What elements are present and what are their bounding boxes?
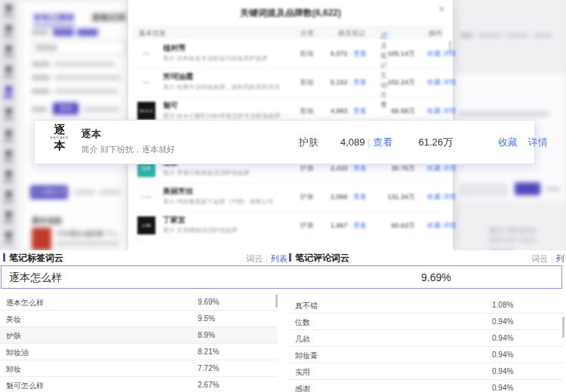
view-link[interactable]: 查看 bbox=[373, 136, 392, 148]
nav-icon bbox=[5, 86, 12, 93]
detail-link[interactable]: 详情 bbox=[443, 78, 457, 86]
tag-cloud-title: 笔记标签词云 bbox=[3, 252, 63, 264]
list-item[interactable]: 实用0.94% bbox=[289, 363, 564, 380]
tooltip-value: 9.69% bbox=[421, 271, 451, 283]
detail-link[interactable]: 详情 bbox=[443, 193, 457, 201]
sidebar-item-active[interactable] bbox=[3, 86, 14, 101]
sidebar-item[interactable] bbox=[3, 150, 14, 165]
list-item[interactable]: 逐本怎么样9.69% bbox=[0, 294, 278, 311]
sidebar-item[interactable] bbox=[3, 25, 14, 40]
brand-name: 逐本 bbox=[82, 127, 101, 141]
keyword-input[interactable]: 卸妆油 bbox=[32, 41, 126, 54]
nav-icon bbox=[5, 66, 12, 72]
sidebar-item[interactable] bbox=[3, 170, 14, 185]
view-link[interactable]: 查看 bbox=[353, 107, 367, 115]
section-bar bbox=[289, 253, 291, 262]
brand-desc: 简介 卸下纷扰，逐本就好 bbox=[82, 144, 175, 155]
filter-chip[interactable] bbox=[53, 29, 74, 36]
brand-interactions: 61.26万 bbox=[397, 136, 453, 149]
bg-query-button[interactable] bbox=[515, 182, 540, 195]
brand-logo: LAB bbox=[137, 216, 155, 234]
note-thumbnail[interactable] bbox=[32, 228, 51, 250]
brand-notes: 4,089 | 查看 bbox=[340, 136, 392, 149]
word-cloud-sections: 笔记标签词云 词云|列表 笔记评论词云 词云|列表 逐本怎么样 9.69% 逐本… bbox=[0, 250, 566, 392]
fav-link[interactable]: 收藏 bbox=[427, 193, 441, 201]
sidebar-item[interactable] bbox=[3, 211, 14, 226]
list-item[interactable]: 卸妆膏0.94% bbox=[289, 347, 564, 363]
view-link[interactable]: 查看 bbox=[353, 193, 367, 201]
tab-search-by-word[interactable]: 按笔记词 bbox=[92, 12, 125, 23]
col-notes: 相关笔记 bbox=[338, 29, 365, 38]
brand-logo: 7mdu bbox=[137, 188, 155, 206]
list-item[interactable]: 真不错1.08% bbox=[289, 297, 564, 314]
nav-icon bbox=[5, 45, 12, 52]
detail-link[interactable]: 详情 bbox=[443, 50, 457, 57]
nav-icon bbox=[5, 25, 12, 32]
query-button[interactable]: 查询 bbox=[53, 103, 78, 115]
bg-section-title: 基本信息 bbox=[32, 216, 62, 226]
toggle-cloud[interactable]: 词云 bbox=[531, 254, 548, 263]
nav-icon bbox=[5, 191, 12, 198]
list-item[interactable]: 位数0.94% bbox=[289, 314, 564, 330]
list-item[interactable]: 卸妆7.72% bbox=[0, 360, 278, 377]
nav-icon bbox=[5, 170, 12, 177]
zhuben-logo: 逐 ZHUBEN 本 bbox=[45, 124, 74, 159]
table-row[interactable]: 7mdu 美丽芳丝 简介 珂丝集团旗下品牌（中国）有限公司 护肤 2,068 |… bbox=[133, 182, 444, 212]
highlighted-brand-row[interactable]: 逐 ZHUBEN 本 逐本 简介 卸下纷扰，逐本就好 护肤 4,089 | 查看… bbox=[34, 120, 535, 164]
table-row[interactable]: fan 芳珂油霜 简介 经典专业卸妆品牌，温和高效深层清洁 彩妆 5,152 |… bbox=[133, 68, 444, 97]
sidebar-item[interactable] bbox=[3, 231, 14, 247]
table-row[interactable]: shu 植村秀 简介 日本知名专业彩妆与卸妆养护品牌 彩妆 6,072 | 查看… bbox=[133, 39, 444, 69]
close-icon[interactable]: ✕ bbox=[438, 5, 445, 14]
table-row[interactable]: LAB 丁家宜 简介 天然植物清洁护理品牌 护肤 1,967 | 查看 60.6… bbox=[133, 211, 444, 240]
sort-button[interactable]: 互动量排序 bbox=[30, 185, 68, 199]
list-item[interactable]: 卸妆油8.21% bbox=[0, 344, 278, 360]
sidebar-item[interactable] bbox=[3, 66, 14, 81]
table-header: 基本信息 分类 相关笔记 相关笔记互动总量? 操作 bbox=[133, 26, 444, 39]
fav-link[interactable]: 收藏 bbox=[427, 78, 441, 86]
nav-icon bbox=[5, 108, 12, 115]
sidebar-item[interactable] bbox=[3, 191, 14, 206]
tooltip-label: 逐本怎么样 bbox=[9, 271, 62, 285]
modal-title: 关键词提及品牌数(6,622) bbox=[128, 7, 453, 20]
brand-logo: M·A·C bbox=[137, 102, 155, 120]
fav-link[interactable]: 收藏 bbox=[427, 50, 441, 57]
view-link[interactable]: 查看 bbox=[353, 78, 367, 86]
fav-link[interactable]: 收藏 bbox=[427, 107, 441, 115]
toggle-list[interactable]: 列表 bbox=[271, 254, 288, 263]
comment-cloud-title: 笔记评论词云 bbox=[289, 252, 349, 264]
comment-list-scrollbar[interactable] bbox=[562, 317, 564, 338]
sidebar-item[interactable] bbox=[3, 5, 14, 20]
tag-list-scrollbar[interactable] bbox=[275, 294, 278, 308]
sidebar-item[interactable] bbox=[3, 108, 14, 123]
detail-link[interactable]: 详情 bbox=[443, 164, 457, 172]
list-item[interactable]: 护肤8.9% bbox=[0, 327, 278, 344]
app-window: 按笔记搜索 按笔记词 卸妆油 查询 互动量排序 基本信息 bbox=[0, 0, 566, 392]
detail-link[interactable]: 详情 bbox=[443, 107, 457, 115]
list-item[interactable]: 美妆9.5% bbox=[0, 311, 278, 327]
list-item[interactable]: 魅可怎么样2.67% bbox=[0, 377, 278, 392]
toggle-cloud[interactable]: 词云 bbox=[246, 254, 263, 263]
fav-link[interactable]: 收藏 bbox=[427, 164, 441, 172]
view-link[interactable]: 查看 bbox=[353, 164, 367, 172]
col-actions: 操作 bbox=[429, 29, 442, 38]
nav-icon bbox=[5, 150, 12, 157]
tab-search-by-note[interactable]: 按笔记搜索 bbox=[33, 12, 75, 26]
list-item[interactable]: 几款0.94% bbox=[289, 330, 564, 347]
comment-cloud-list: 真不错1.08% 位数0.94% 几款0.94% 卸妆膏0.94% 实用0.94… bbox=[289, 297, 564, 392]
list-item[interactable]: 感谢0.94% bbox=[289, 380, 564, 392]
note-title[interactable]: 万年重头戏防晒 了1… bbox=[56, 229, 123, 239]
view-link[interactable]: 查看 bbox=[353, 50, 367, 57]
section-bar bbox=[3, 253, 5, 262]
filter-chip[interactable] bbox=[77, 29, 98, 36]
brand-actions: 收藏 详情 bbox=[498, 136, 555, 149]
sidebar-item[interactable] bbox=[3, 130, 14, 145]
view-link[interactable]: 查看 bbox=[353, 222, 367, 229]
tag-cloud-list: 逐本怎么样9.69% 美妆9.5% 护肤8.9% 卸妆油8.21% 卸妆7.72… bbox=[0, 294, 278, 392]
fav-link[interactable]: 收藏 bbox=[498, 136, 518, 148]
fav-link[interactable]: 收藏 bbox=[427, 222, 441, 229]
detail-link[interactable]: 详情 bbox=[443, 222, 457, 229]
info-icon[interactable]: ? bbox=[382, 32, 388, 38]
detail-link[interactable]: 详情 bbox=[528, 136, 548, 148]
sidebar-item[interactable] bbox=[3, 45, 14, 60]
nav-sidebar bbox=[0, 0, 17, 250]
